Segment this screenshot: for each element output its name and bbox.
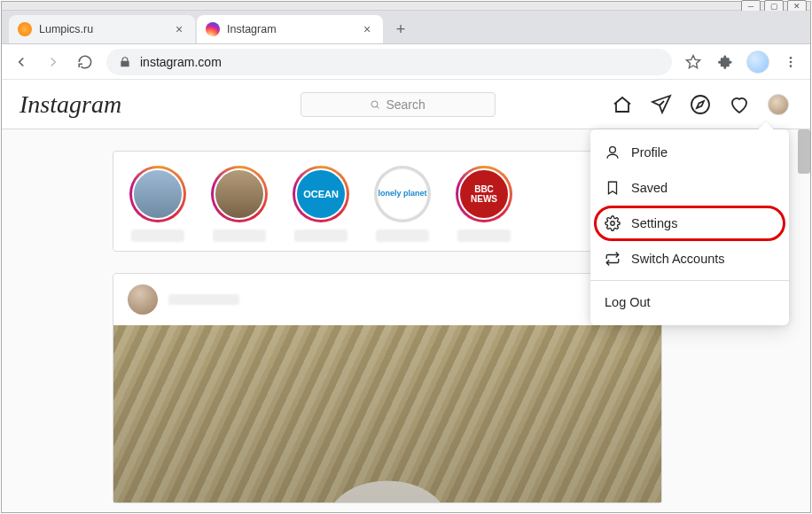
story-avatar bbox=[132, 168, 183, 220]
tab-title: Instagram bbox=[227, 23, 277, 35]
lock-icon bbox=[119, 56, 131, 68]
page-content: Instagram Search bbox=[2, 80, 810, 512]
search-input[interactable]: Search bbox=[301, 92, 496, 117]
instagram-navbar: Instagram Search bbox=[2, 80, 810, 129]
story-username bbox=[457, 230, 511, 242]
favicon-instagram bbox=[206, 22, 220, 36]
forward-button[interactable] bbox=[43, 51, 64, 73]
svg-point-3 bbox=[371, 101, 378, 107]
menu-label: Log Out bbox=[605, 295, 651, 309]
home-icon[interactable] bbox=[612, 94, 633, 115]
tutorial-highlight bbox=[594, 206, 785, 241]
post-author-avatar[interactable] bbox=[128, 284, 158, 315]
story-item[interactable]: lonely planet bbox=[367, 166, 438, 242]
favicon-lumpics bbox=[18, 22, 32, 36]
stories-tray: OCEAN lonely planet BBC NEWS bbox=[113, 151, 662, 252]
browser-tabstrip: Lumpics.ru × Instagram × + bbox=[2, 11, 810, 44]
profile-icon bbox=[605, 144, 621, 160]
feed-column: OCEAN lonely planet BBC NEWS ••• bbox=[113, 129, 662, 503]
feed-post: ••• bbox=[113, 273, 662, 503]
reload-button[interactable] bbox=[74, 51, 96, 73]
story-avatar bbox=[214, 168, 265, 220]
svg-point-5 bbox=[610, 147, 616, 153]
story-username bbox=[213, 230, 266, 242]
menu-divider bbox=[590, 280, 789, 281]
post-author-name[interactable] bbox=[168, 294, 239, 305]
menu-item-logout[interactable]: Log Out bbox=[590, 284, 789, 320]
story-avatar: OCEAN bbox=[295, 168, 347, 220]
browser-tab-instagram[interactable]: Instagram × bbox=[197, 15, 383, 43]
messages-icon[interactable] bbox=[651, 94, 672, 115]
profile-dropdown-menu: Profile Saved Settings Switch Accounts bbox=[590, 129, 789, 325]
profile-avatar-button[interactable] bbox=[768, 94, 789, 115]
svg-point-0 bbox=[790, 57, 792, 59]
bookmark-icon bbox=[605, 180, 621, 196]
new-tab-button[interactable]: + bbox=[388, 17, 413, 42]
switch-icon bbox=[605, 251, 621, 267]
menu-item-profile[interactable]: Profile bbox=[590, 135, 789, 170]
menu-item-saved[interactable]: Saved bbox=[590, 170, 789, 206]
story-username bbox=[131, 230, 184, 242]
menu-label: Switch Accounts bbox=[631, 252, 725, 266]
menu-item-switch-accounts[interactable]: Switch Accounts bbox=[590, 241, 789, 276]
browser-menu-icon[interactable] bbox=[780, 51, 801, 73]
browser-profile-avatar[interactable] bbox=[746, 51, 769, 74]
story-item[interactable] bbox=[204, 166, 275, 242]
svg-point-1 bbox=[790, 60, 792, 63]
story-item[interactable]: OCEAN bbox=[285, 166, 356, 242]
activity-heart-icon[interactable] bbox=[729, 94, 750, 115]
post-image[interactable] bbox=[113, 325, 661, 502]
explore-icon[interactable] bbox=[690, 94, 711, 115]
tab-title: Lumpics.ru bbox=[39, 23, 93, 35]
window-titlebar: ─ ▢ ✕ bbox=[2, 2, 810, 11]
story-item[interactable]: BBC NEWS bbox=[449, 166, 519, 242]
story-item[interactable] bbox=[122, 166, 193, 242]
story-username bbox=[294, 230, 347, 242]
svg-point-2 bbox=[790, 65, 792, 67]
close-icon[interactable]: × bbox=[172, 22, 186, 36]
browser-tab-lumpics[interactable]: Lumpics.ru × bbox=[9, 15, 195, 43]
story-avatar: BBC NEWS bbox=[458, 168, 510, 220]
nav-icon-group bbox=[612, 94, 789, 115]
instagram-logo[interactable]: Instagram bbox=[20, 90, 121, 119]
url-text: instagram.com bbox=[140, 55, 222, 69]
gear-icon bbox=[605, 215, 621, 231]
svg-point-4 bbox=[691, 96, 709, 113]
close-icon[interactable]: × bbox=[360, 22, 374, 36]
menu-label: Settings bbox=[631, 216, 677, 230]
bookmark-star-icon[interactable] bbox=[683, 51, 704, 73]
search-placeholder: Search bbox=[386, 97, 425, 112]
svg-point-6 bbox=[611, 222, 615, 226]
scrollbar-thumb[interactable] bbox=[798, 129, 810, 174]
menu-item-settings[interactable]: Settings bbox=[590, 206, 789, 241]
menu-label: Profile bbox=[631, 145, 668, 160]
browser-toolbar: instagram.com bbox=[2, 44, 810, 80]
address-bar[interactable]: instagram.com bbox=[106, 49, 672, 75]
story-avatar: lonely planet bbox=[377, 168, 428, 220]
back-button[interactable] bbox=[11, 51, 32, 73]
post-header: ••• bbox=[113, 274, 661, 325]
browser-window: ─ ▢ ✕ Lumpics.ru × Instagram × + bbox=[1, 1, 811, 513]
extensions-icon[interactable] bbox=[714, 51, 736, 73]
menu-label: Saved bbox=[631, 181, 668, 195]
story-username bbox=[376, 230, 429, 242]
